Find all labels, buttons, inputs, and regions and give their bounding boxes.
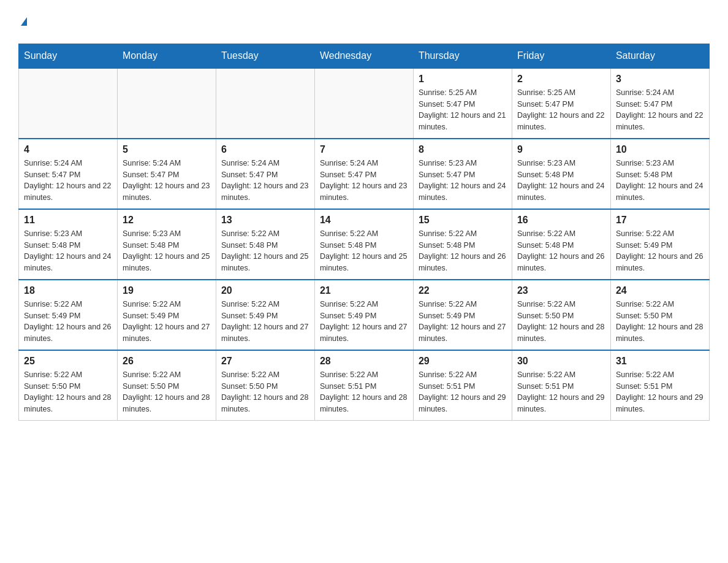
calendar-cell: 4Sunrise: 5:24 AMSunset: 5:47 PMDaylight…	[19, 139, 118, 209]
calendar-cell: 10Sunrise: 5:23 AMSunset: 5:48 PMDayligh…	[610, 139, 709, 209]
week-row-3: 11Sunrise: 5:23 AMSunset: 5:48 PMDayligh…	[19, 209, 710, 280]
calendar-cell: 31Sunrise: 5:22 AMSunset: 5:51 PMDayligh…	[610, 350, 709, 421]
day-number: 11	[24, 215, 112, 226]
day-number: 15	[419, 215, 507, 226]
calendar-cell	[117, 68, 216, 139]
day-number: 14	[320, 215, 408, 226]
day-info: Sunrise: 5:22 AMSunset: 5:51 PMDaylight:…	[419, 369, 507, 415]
day-info: Sunrise: 5:22 AMSunset: 5:48 PMDaylight:…	[320, 228, 408, 274]
week-row-5: 25Sunrise: 5:22 AMSunset: 5:50 PMDayligh…	[19, 350, 710, 421]
day-info: Sunrise: 5:22 AMSunset: 5:51 PMDaylight:…	[517, 369, 605, 415]
day-info: Sunrise: 5:24 AMSunset: 5:47 PMDaylight:…	[221, 158, 309, 204]
day-number: 19	[123, 285, 211, 296]
day-info: Sunrise: 5:22 AMSunset: 5:50 PMDaylight:…	[24, 369, 112, 415]
day-info: Sunrise: 5:24 AMSunset: 5:47 PMDaylight:…	[320, 158, 408, 204]
calendar-cell: 12Sunrise: 5:23 AMSunset: 5:48 PMDayligh…	[117, 209, 216, 280]
day-info: Sunrise: 5:23 AMSunset: 5:48 PMDaylight:…	[24, 228, 112, 274]
calendar-cell: 20Sunrise: 5:22 AMSunset: 5:49 PMDayligh…	[216, 280, 314, 350]
calendar-cell: 5Sunrise: 5:24 AMSunset: 5:47 PMDaylight…	[117, 139, 216, 209]
day-info: Sunrise: 5:22 AMSunset: 5:50 PMDaylight:…	[221, 369, 309, 415]
column-header-tuesday: Tuesday	[216, 44, 314, 68]
calendar-cell: 7Sunrise: 5:24 AMSunset: 5:47 PMDaylight…	[314, 139, 413, 209]
page-header	[18, 12, 710, 31]
day-info: Sunrise: 5:23 AMSunset: 5:47 PMDaylight:…	[419, 158, 507, 204]
day-info: Sunrise: 5:22 AMSunset: 5:49 PMDaylight:…	[616, 228, 704, 274]
day-info: Sunrise: 5:24 AMSunset: 5:47 PMDaylight:…	[616, 87, 704, 133]
day-number: 5	[123, 144, 211, 155]
day-number: 31	[616, 356, 704, 367]
column-header-sunday: Sunday	[19, 44, 118, 68]
calendar-cell: 18Sunrise: 5:22 AMSunset: 5:49 PMDayligh…	[19, 280, 118, 350]
day-number: 20	[221, 285, 309, 296]
column-header-wednesday: Wednesday	[314, 44, 413, 68]
calendar-cell: 8Sunrise: 5:23 AMSunset: 5:47 PMDaylight…	[413, 139, 512, 209]
day-info: Sunrise: 5:22 AMSunset: 5:49 PMDaylight:…	[123, 299, 211, 345]
calendar-cell: 19Sunrise: 5:22 AMSunset: 5:49 PMDayligh…	[117, 280, 216, 350]
calendar-cell: 15Sunrise: 5:22 AMSunset: 5:48 PMDayligh…	[413, 209, 512, 280]
calendar-cell: 21Sunrise: 5:22 AMSunset: 5:49 PMDayligh…	[314, 280, 413, 350]
calendar-cell: 3Sunrise: 5:24 AMSunset: 5:47 PMDaylight…	[610, 68, 709, 139]
day-number: 10	[616, 144, 704, 155]
logo-triangle-icon	[21, 17, 27, 26]
day-number: 17	[616, 215, 704, 226]
calendar-cell: 11Sunrise: 5:23 AMSunset: 5:48 PMDayligh…	[19, 209, 118, 280]
day-number: 26	[123, 356, 211, 367]
calendar-cell: 2Sunrise: 5:25 AMSunset: 5:47 PMDaylight…	[512, 68, 610, 139]
calendar-cell: 6Sunrise: 5:24 AMSunset: 5:47 PMDaylight…	[216, 139, 314, 209]
calendar-table: SundayMondayTuesdayWednesdayThursdayFrid…	[18, 44, 710, 421]
day-info: Sunrise: 5:24 AMSunset: 5:47 PMDaylight:…	[24, 158, 112, 204]
day-number: 30	[517, 356, 605, 367]
column-header-saturday: Saturday	[610, 44, 709, 68]
week-row-1: 1Sunrise: 5:25 AMSunset: 5:47 PMDaylight…	[19, 68, 710, 139]
day-number: 1	[419, 74, 507, 85]
calendar-cell: 22Sunrise: 5:22 AMSunset: 5:49 PMDayligh…	[413, 280, 512, 350]
calendar-cell: 16Sunrise: 5:22 AMSunset: 5:48 PMDayligh…	[512, 209, 610, 280]
calendar-cell: 28Sunrise: 5:22 AMSunset: 5:51 PMDayligh…	[314, 350, 413, 421]
calendar-cell: 30Sunrise: 5:22 AMSunset: 5:51 PMDayligh…	[512, 350, 610, 421]
day-number: 22	[419, 285, 507, 296]
day-number: 6	[221, 144, 309, 155]
day-info: Sunrise: 5:24 AMSunset: 5:47 PMDaylight:…	[123, 158, 211, 204]
calendar-cell: 23Sunrise: 5:22 AMSunset: 5:50 PMDayligh…	[512, 280, 610, 350]
day-info: Sunrise: 5:22 AMSunset: 5:48 PMDaylight:…	[517, 228, 605, 274]
calendar-cell: 9Sunrise: 5:23 AMSunset: 5:48 PMDaylight…	[512, 139, 610, 209]
day-number: 23	[517, 285, 605, 296]
calendar-cell: 24Sunrise: 5:22 AMSunset: 5:50 PMDayligh…	[610, 280, 709, 350]
day-number: 2	[517, 74, 605, 85]
calendar-cell: 26Sunrise: 5:22 AMSunset: 5:50 PMDayligh…	[117, 350, 216, 421]
day-info: Sunrise: 5:22 AMSunset: 5:51 PMDaylight:…	[616, 369, 704, 415]
day-number: 28	[320, 356, 408, 367]
logo	[18, 12, 27, 31]
calendar-cell: 25Sunrise: 5:22 AMSunset: 5:50 PMDayligh…	[19, 350, 118, 421]
day-info: Sunrise: 5:22 AMSunset: 5:50 PMDaylight:…	[517, 299, 605, 345]
day-number: 25	[24, 356, 112, 367]
column-header-monday: Monday	[117, 44, 216, 68]
day-info: Sunrise: 5:22 AMSunset: 5:49 PMDaylight:…	[24, 299, 112, 345]
day-info: Sunrise: 5:22 AMSunset: 5:48 PMDaylight:…	[221, 228, 309, 274]
day-info: Sunrise: 5:22 AMSunset: 5:51 PMDaylight:…	[320, 369, 408, 415]
calendar-cell	[19, 68, 118, 139]
day-info: Sunrise: 5:22 AMSunset: 5:50 PMDaylight:…	[123, 369, 211, 415]
calendar-cell	[314, 68, 413, 139]
day-info: Sunrise: 5:22 AMSunset: 5:50 PMDaylight:…	[616, 299, 704, 345]
calendar-cell: 1Sunrise: 5:25 AMSunset: 5:47 PMDaylight…	[413, 68, 512, 139]
day-number: 29	[419, 356, 507, 367]
day-number: 7	[320, 144, 408, 155]
week-row-2: 4Sunrise: 5:24 AMSunset: 5:47 PMDaylight…	[19, 139, 710, 209]
calendar-cell: 14Sunrise: 5:22 AMSunset: 5:48 PMDayligh…	[314, 209, 413, 280]
calendar-cell: 29Sunrise: 5:22 AMSunset: 5:51 PMDayligh…	[413, 350, 512, 421]
day-info: Sunrise: 5:23 AMSunset: 5:48 PMDaylight:…	[123, 228, 211, 274]
calendar-cell: 13Sunrise: 5:22 AMSunset: 5:48 PMDayligh…	[216, 209, 314, 280]
day-info: Sunrise: 5:23 AMSunset: 5:48 PMDaylight:…	[616, 158, 704, 204]
day-number: 9	[517, 144, 605, 155]
calendar-cell: 27Sunrise: 5:22 AMSunset: 5:50 PMDayligh…	[216, 350, 314, 421]
day-info: Sunrise: 5:25 AMSunset: 5:47 PMDaylight:…	[517, 87, 605, 133]
calendar-header-row: SundayMondayTuesdayWednesdayThursdayFrid…	[19, 44, 710, 68]
day-info: Sunrise: 5:22 AMSunset: 5:49 PMDaylight:…	[221, 299, 309, 345]
day-info: Sunrise: 5:25 AMSunset: 5:47 PMDaylight:…	[419, 87, 507, 133]
day-number: 3	[616, 74, 704, 85]
day-number: 27	[221, 356, 309, 367]
day-info: Sunrise: 5:22 AMSunset: 5:49 PMDaylight:…	[419, 299, 507, 345]
day-number: 21	[320, 285, 408, 296]
week-row-4: 18Sunrise: 5:22 AMSunset: 5:49 PMDayligh…	[19, 280, 710, 350]
